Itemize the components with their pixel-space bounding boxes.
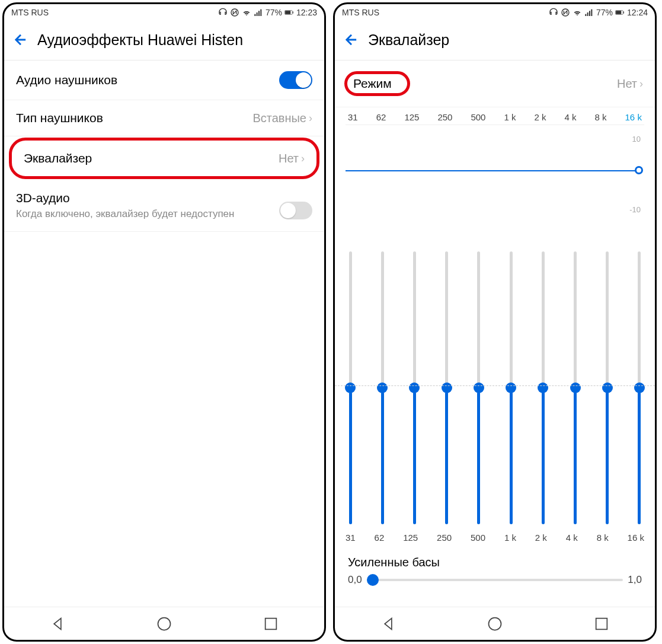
3d-audio-sub: Когда включено, эквалайзер будет недосту… <box>16 208 234 221</box>
svg-point-18 <box>489 617 501 630</box>
eq-slider[interactable] <box>476 251 481 524</box>
page-title: Аудиоэффекты Huawei Histen <box>37 31 243 49</box>
svg-rect-12 <box>587 12 589 16</box>
signal-icon <box>254 8 263 17</box>
bass-thumb[interactable] <box>367 574 379 586</box>
freq-labels-bottom: 31 62 125 250 500 1 k 2 k 4 k 8 k 16 k <box>335 528 655 550</box>
headphone-icon <box>549 8 558 17</box>
nfc-icon <box>230 8 239 17</box>
eq-slider[interactable] <box>541 251 545 524</box>
highlight-equalizer: Эквалайзер Нет › <box>9 138 319 179</box>
nav-bar <box>335 607 655 640</box>
nav-home-icon[interactable] <box>487 616 503 632</box>
header: Аудиоэффекты Huawei Histen <box>4 21 324 60</box>
nav-home-icon[interactable] <box>156 616 172 632</box>
nfc-icon <box>561 8 570 17</box>
nav-back-icon[interactable] <box>49 616 66 632</box>
svg-rect-16 <box>616 11 621 14</box>
battery-icon <box>284 8 294 17</box>
eq-slider[interactable] <box>412 251 417 524</box>
clock: 12:23 <box>296 8 317 17</box>
graph-handle[interactable] <box>635 166 643 174</box>
header: Эквалайзер <box>335 21 655 60</box>
svg-rect-2 <box>257 12 258 16</box>
row-headphone-audio[interactable]: Аудио наушников <box>4 60 324 100</box>
status-bar: MTS RUS 77% 12:23 <box>4 4 324 21</box>
eq-slider[interactable] <box>380 251 385 524</box>
eq-slider[interactable] <box>605 251 610 524</box>
signal-icon <box>584 8 594 17</box>
equalizer-value: Нет <box>279 152 299 165</box>
nav-recent-icon[interactable] <box>593 616 610 632</box>
eq-slider[interactable] <box>348 251 353 524</box>
nav-back-icon[interactable] <box>380 616 396 632</box>
bass-label: Усиленные басы <box>348 556 642 569</box>
svg-rect-11 <box>585 14 586 16</box>
eq-slider[interactable] <box>573 251 578 524</box>
phone-right: MTS RUS 77% 12:24 Эквалайзер Режим Нет ›… <box>333 2 657 642</box>
eq-slider[interactable] <box>444 251 449 524</box>
svg-rect-4 <box>260 9 261 16</box>
nav-recent-icon[interactable] <box>263 616 279 632</box>
eq-slider[interactable] <box>509 251 513 524</box>
phone-left: MTS RUS 77% 12:23 Аудиоэффекты Huawei Hi… <box>2 2 326 642</box>
svg-rect-1 <box>254 14 255 16</box>
chevron-right-icon: › <box>301 152 305 165</box>
svg-point-8 <box>158 617 171 630</box>
svg-rect-3 <box>258 11 260 16</box>
eq-graph[interactable]: 10 -10 <box>346 125 644 243</box>
svg-rect-19 <box>596 618 607 629</box>
svg-rect-7 <box>293 11 293 13</box>
carrier-label: MTS RUS <box>11 8 49 17</box>
graph-mark-top: 10 <box>632 135 641 144</box>
row-mode[interactable]: Режим Нет › <box>335 60 655 107</box>
status-icons: 77% 12:24 <box>549 8 648 17</box>
chevron-right-icon: › <box>309 112 312 125</box>
clock: 12:24 <box>627 8 648 17</box>
battery-percent: 77% <box>596 8 613 17</box>
mode-value: Нет <box>617 77 637 91</box>
headphone-audio-label: Аудио наушников <box>16 73 117 87</box>
row-equalizer[interactable]: Эквалайзер Нет › <box>12 141 316 176</box>
headphone-type-label: Тип наушников <box>16 111 103 125</box>
status-bar: MTS RUS 77% 12:24 <box>335 4 655 21</box>
headphone-type-value: Вставные <box>252 111 306 125</box>
carrier-label: MTS RUS <box>342 8 379 17</box>
mode-label: Режим <box>353 76 392 90</box>
battery-percent: 77% <box>266 8 282 17</box>
bass-slider[interactable] <box>367 579 623 581</box>
highlight-mode: Режим <box>344 71 410 96</box>
eq-slider[interactable] <box>637 251 642 524</box>
bass-section: Усиленные басы 0,0 1,0 <box>335 550 655 592</box>
bass-min: 0,0 <box>348 574 362 586</box>
svg-rect-9 <box>266 618 277 629</box>
equalizer-label: Эквалайзер <box>24 151 92 165</box>
bass-max: 1,0 <box>628 574 642 586</box>
wifi-icon <box>242 8 251 17</box>
headphone-icon <box>218 8 228 17</box>
wifi-icon <box>573 8 582 17</box>
svg-rect-17 <box>623 11 624 13</box>
row-3d-audio[interactable]: 3D-аудио Когда включено, эквалайзер буде… <box>4 180 324 232</box>
chevron-right-icon: › <box>639 78 643 90</box>
headphone-audio-toggle[interactable] <box>279 71 312 89</box>
battery-icon <box>615 8 625 17</box>
eq-sliders <box>335 243 655 528</box>
graph-mark-bot: -10 <box>629 205 641 214</box>
graph-line <box>346 170 639 171</box>
svg-rect-6 <box>285 11 290 14</box>
page-title: Эквалайзер <box>368 31 449 49</box>
back-button[interactable] <box>342 30 361 49</box>
freq-labels-top: 31 62 125 250 500 1 k 2 k 4 k 8 k 16 k <box>335 107 655 125</box>
svg-rect-13 <box>589 11 590 16</box>
svg-rect-14 <box>591 9 592 16</box>
3d-audio-toggle[interactable] <box>279 202 312 219</box>
row-headphone-type[interactable]: Тип наушников Вставные › <box>4 100 324 136</box>
status-icons: 77% 12:23 <box>218 8 317 17</box>
nav-bar <box>4 607 324 640</box>
back-button[interactable] <box>11 30 30 49</box>
3d-audio-label: 3D-аудио <box>16 191 234 205</box>
